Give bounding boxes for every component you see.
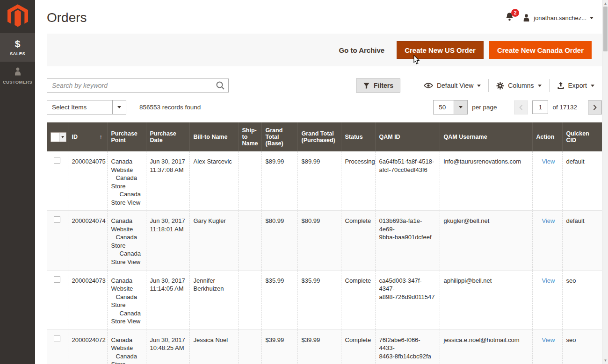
- mass-action-select[interactable]: Select Items: [47, 100, 126, 114]
- column-header-total-purchased[interactable]: Grand Total (Purchased): [297, 122, 341, 151]
- column-header-quicken-cid[interactable]: Quicken CID: [562, 122, 602, 151]
- column-header-total-base[interactable]: Grand Total (Base): [261, 122, 297, 151]
- cell-ship-to: [238, 211, 261, 270]
- cell-purchase-date: Jun 30, 2017 11:14:05 AM: [146, 270, 189, 329]
- row-checkbox[interactable]: [54, 335, 60, 342]
- orders-page: $ SALES CUSTOMERS Orders: [0, 0, 608, 364]
- scroll-down-arrow[interactable]: ▼: [602, 357, 608, 364]
- vertical-scrollbar[interactable]: ▲ ▼: [602, 0, 608, 364]
- cell-bill-to: Jessica Noel: [189, 329, 238, 364]
- cell-qam-username: jessica.e.noel@hotmail.com: [440, 329, 532, 364]
- cell-purchase-point: Canada Website Canada Store Canada Store…: [107, 151, 146, 211]
- cell-purchase-point: Canada Website Canada Store Canada Store…: [107, 270, 146, 329]
- scroll-up-arrow[interactable]: ▲: [602, 0, 608, 7]
- total-pages-label: of 17132: [552, 104, 577, 111]
- page-actions-panel: Go to Archive Create New US Order Create…: [47, 34, 602, 66]
- column-header-qam-id[interactable]: QAM ID: [375, 122, 440, 151]
- row-checkbox[interactable]: [54, 216, 60, 223]
- cell-id: 2000024073: [68, 270, 107, 329]
- search-icon[interactable]: [215, 80, 226, 93]
- gear-icon: [496, 82, 504, 90]
- view-order-link[interactable]: View: [542, 277, 555, 284]
- cell-quicken-cid: default: [562, 211, 602, 270]
- cell-qam-id: 6a64fb51-fa8f-4518- afcf-70cc0edf43f6: [375, 151, 440, 211]
- current-page-input[interactable]: [532, 100, 548, 114]
- cell-qam-id: ca45d003-347f-4347- a898-726d9d011547: [375, 270, 440, 329]
- chevron-left-icon: [519, 105, 523, 110]
- chevron-down-icon: [61, 136, 64, 138]
- notifications-button[interactable]: 2: [505, 12, 514, 23]
- create-us-order-button[interactable]: Create New US Order: [397, 41, 484, 59]
- magento-logo-icon: [7, 4, 28, 28]
- cell-status: Complete: [341, 211, 375, 270]
- sidebar-item-label: SALES: [0, 51, 35, 56]
- cell-purchase-point: Canada Website Canada Store Canada Store…: [107, 329, 146, 364]
- cell-total-purchased: $89.99: [297, 151, 341, 211]
- cell-total-purchased: $35.99: [297, 270, 341, 329]
- filters-button[interactable]: Filters: [356, 79, 400, 93]
- cell-bill-to: Jennifer Berkhuizen: [189, 270, 238, 329]
- row-checkbox[interactable]: [54, 157, 60, 164]
- cell-quicken-cid: seo: [562, 329, 602, 364]
- export-control[interactable]: Export: [550, 80, 602, 91]
- grid-controls-row: Select Items 856553 records found 50 per…: [47, 100, 602, 114]
- cell-purchase-point: Canada Website Canada Store Canada Store…: [107, 211, 146, 270]
- select-all-checkbox[interactable]: [51, 132, 66, 142]
- cell-status: Processing: [341, 151, 375, 211]
- cell-quicken-cid: seo: [562, 270, 602, 329]
- table-row: 2000024075 Canada Website Canada Store C…: [47, 151, 602, 211]
- cell-qam-username: aphilippi@bell.net: [440, 270, 532, 329]
- keyword-search: [47, 79, 229, 93]
- cell-qam-username: info@taurusrenovations.com: [440, 151, 532, 211]
- page-size-select[interactable]: 50: [433, 100, 468, 114]
- sidebar-item-sales[interactable]: $ SALES: [0, 33, 35, 62]
- account-menu[interactable]: jonathan.sanchez...: [522, 14, 594, 22]
- scrollbar-thumb[interactable]: [603, 7, 608, 51]
- columns-control[interactable]: Columns: [489, 80, 549, 91]
- go-to-archive-button[interactable]: Go to Archive: [339, 46, 384, 54]
- eye-icon: [424, 82, 433, 89]
- export-icon: [557, 82, 565, 89]
- view-control[interactable]: Default View: [416, 80, 488, 91]
- column-header-purchase-point[interactable]: Purchase Point: [107, 122, 146, 151]
- search-input[interactable]: [47, 79, 229, 93]
- column-header-ship-to[interactable]: Ship-to Name: [238, 122, 261, 151]
- column-header-id[interactable]: ID ↑: [68, 122, 107, 151]
- search-toolbar-row: Filters Default View: [47, 79, 602, 93]
- grid-header-row: ID ↑ Purchase Point Purchase Date Bill-t…: [47, 122, 602, 151]
- chevron-down-icon: [538, 85, 542, 87]
- cell-qam-username: gkugler@bell.net: [440, 211, 532, 270]
- next-page-button[interactable]: [588, 100, 602, 114]
- cell-qam-id: 013b693a-fa1e-4e69- 9bba-baa901dcfeef: [375, 211, 440, 270]
- table-row: 2000024074 Canada Website Canada Store C…: [47, 211, 602, 270]
- view-order-link[interactable]: View: [542, 158, 555, 165]
- per-page-label: per page: [472, 104, 497, 111]
- column-header-status[interactable]: Status: [341, 122, 375, 151]
- sidebar-nav: $ SALES CUSTOMERS: [0, 0, 35, 364]
- account-username: jonathan.sanchez...: [534, 14, 586, 21]
- previous-page-button[interactable]: [514, 100, 528, 114]
- sort-ascending-icon: ↑: [100, 134, 102, 140]
- magento-logo[interactable]: [0, 0, 35, 33]
- cell-status: Complete: [341, 329, 375, 364]
- cell-bill-to: Alex Starcevic: [189, 151, 238, 211]
- chevron-down-icon: [459, 106, 463, 108]
- column-header-purchase-date[interactable]: Purchase Date: [146, 122, 189, 151]
- cell-ship-to: [238, 270, 261, 329]
- row-checkbox[interactable]: [54, 276, 60, 283]
- select-all-header: [47, 122, 68, 151]
- column-header-bill-to[interactable]: Bill-to Name: [189, 122, 238, 151]
- column-header-qam-username[interactable]: QAM Username: [440, 122, 532, 151]
- view-order-link[interactable]: View: [542, 336, 555, 343]
- sidebar-item-label: CUSTOMERS: [0, 79, 35, 85]
- cell-bill-to: Gary Kugler: [189, 211, 238, 270]
- cell-ship-to: [238, 329, 261, 364]
- column-header-action[interactable]: Action: [532, 122, 562, 151]
- cell-qam-id: 76f2abe6-f066-4433- 8463-8fb14cbc92fa: [375, 329, 440, 364]
- create-canada-order-button[interactable]: Create New Canada Order: [489, 41, 592, 59]
- sidebar-item-customers[interactable]: CUSTOMERS: [0, 62, 35, 90]
- cell-id: 2000024072: [68, 329, 107, 364]
- main-content: Orders 2 jonathan.sanchez...: [35, 0, 608, 364]
- table-row: 2000024073 Canada Website Canada Store C…: [47, 270, 602, 329]
- view-order-link[interactable]: View: [542, 217, 555, 224]
